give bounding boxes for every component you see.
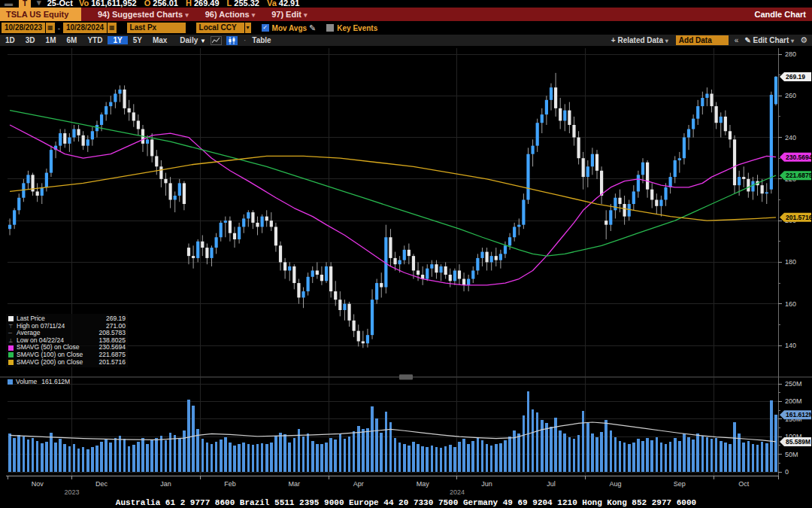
volume-bar	[371, 406, 374, 472]
mov-avgs-checkbox[interactable]: ✓	[262, 24, 269, 32]
field-label: H	[186, 0, 192, 8]
date-from-calendar-icon[interactable]: ▦	[46, 23, 55, 33]
menu-item--edit[interactable]: 97) Edit ▾	[271, 10, 307, 19]
candle-up	[50, 150, 53, 172]
candle-down	[297, 283, 300, 297]
period-button-1m[interactable]: 1M	[41, 36, 62, 44]
candle-up	[247, 212, 250, 218]
field-value: 161,611,952	[91, 0, 137, 8]
candle-up	[659, 200, 662, 206]
period-button-ytd[interactable]: YTD	[82, 36, 108, 44]
candle-down	[229, 221, 232, 233]
volume-bar	[123, 439, 126, 472]
candle-up	[508, 237, 511, 245]
candle-up	[513, 227, 516, 237]
volume-bar	[435, 447, 438, 472]
price-type-select[interactable]: Last Px	[127, 23, 186, 33]
settings-gear-icon[interactable]: ⚙	[800, 35, 807, 45]
period-button-1y[interactable]: 1Y	[108, 36, 127, 44]
currency-dropdown-icon[interactable]: ▾	[245, 23, 251, 33]
volume-bar	[132, 445, 135, 472]
candle-down	[715, 106, 718, 123]
volume-bar	[508, 437, 511, 472]
volume-bar	[215, 442, 218, 472]
period-button-3d[interactable]: 3D	[20, 36, 41, 44]
related-data-button[interactable]: + Related Data ▾	[611, 36, 668, 44]
volume-bar	[357, 426, 360, 472]
volume-bar	[421, 446, 424, 472]
dropdown-icon[interactable]: ▾	[37, 0, 41, 8]
volume-bar	[279, 433, 282, 472]
add-data-input[interactable]: Add Data	[676, 35, 729, 45]
volume-tick-label: 50M	[785, 451, 798, 458]
candle-up	[215, 237, 218, 248]
line-chart-icon[interactable]	[211, 36, 222, 45]
volume-badge-text: 161.612M	[786, 411, 812, 418]
mov-avgs-edit-icon[interactable]: ✎	[309, 23, 316, 33]
field-value: 255.32	[234, 0, 259, 8]
volume-bar	[628, 444, 631, 472]
candle-down	[393, 258, 396, 264]
collapse-panel-icon[interactable]: «	[735, 36, 739, 44]
security-ticker-box[interactable]: TSLA US Equity	[0, 8, 81, 21]
panel-divider-handle[interactable]	[399, 375, 413, 380]
table-button[interactable]: Table	[252, 36, 271, 44]
ohlc-fields: Vo161,611,952O256.01H269.49L255.32Va42.9…	[79, 0, 307, 8]
month-label: Oct	[738, 480, 750, 488]
date-to-input[interactable]: 10/28/2024	[63, 23, 107, 33]
volume-bar	[650, 440, 653, 472]
candle-up	[288, 266, 291, 271]
period-button-5y[interactable]: 5Y	[128, 36, 147, 44]
date-from-input[interactable]: 10/28/2023	[2, 23, 45, 33]
candle-up	[504, 245, 507, 254]
volume-bar	[710, 439, 714, 472]
candle-down	[150, 139, 153, 156]
candle-down	[568, 111, 571, 125]
period-tag[interactable]: T	[19, 0, 31, 8]
volume-bar	[724, 443, 727, 472]
date-to-calendar-icon[interactable]: ▦	[108, 23, 117, 33]
candle-down	[650, 190, 653, 200]
candle-chart-plot[interactable]: 280260240220200180160140250M200M150M100M…	[0, 47, 812, 498]
volume-bar	[174, 435, 177, 472]
candle-down	[256, 223, 259, 227]
menu-item--suggested-charts[interactable]: 94) Suggested Charts ▾	[98, 10, 189, 19]
volume-bar	[302, 437, 305, 472]
candle-down	[132, 112, 135, 120]
volume-bar	[417, 444, 420, 472]
candle-up	[261, 217, 264, 227]
candle-up	[426, 269, 429, 279]
volume-bar	[95, 446, 98, 472]
currency-select[interactable]: Local CCY	[196, 23, 244, 33]
candle-up	[439, 266, 442, 272]
volume-bar	[59, 439, 62, 472]
volume-bar	[114, 438, 117, 472]
volume-bars	[8, 391, 777, 472]
volume-bar	[577, 435, 580, 472]
candle-up	[687, 129, 690, 138]
frequency-select[interactable]: Daily ▼	[180, 36, 206, 44]
volume-bar	[527, 391, 530, 472]
volume-bar	[252, 445, 255, 472]
price-badge-text: 221.6875	[786, 172, 812, 179]
candle-down	[362, 341, 365, 343]
candle-up	[526, 154, 529, 200]
volume-bar	[449, 445, 452, 472]
menu-item--actions[interactable]: 96) Actions ▾	[205, 10, 255, 19]
period-button-6m[interactable]: 6M	[62, 36, 83, 44]
volume-bar	[477, 437, 480, 472]
key-events-checkbox[interactable]	[326, 24, 334, 32]
edit-chart-button[interactable]: ✎ Edit Chart ▾	[744, 36, 794, 44]
period-button-max[interactable]: Max	[147, 36, 172, 44]
candle-up	[224, 221, 227, 223]
volume-tick-label: 0	[785, 468, 789, 476]
month-label: Apr	[353, 480, 364, 488]
candle-chart-icon[interactable]	[226, 36, 238, 45]
month-label: Jul	[547, 480, 556, 488]
candle-up	[471, 270, 474, 278]
candle-down	[389, 237, 392, 258]
candle-down	[82, 135, 85, 146]
volume-bar	[192, 406, 195, 472]
period-button-1d[interactable]: 1D	[0, 36, 20, 44]
candle-up	[641, 163, 644, 175]
